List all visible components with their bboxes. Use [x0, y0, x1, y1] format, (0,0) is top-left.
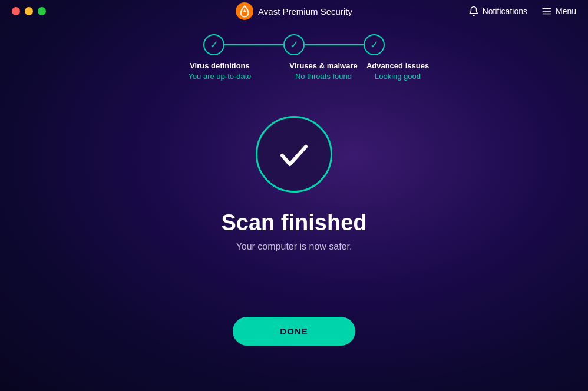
done-button[interactable]: DONE	[233, 317, 355, 346]
window-controls	[12, 7, 46, 15]
notifications-button[interactable]: Notifications	[468, 6, 527, 16]
scan-check-icon	[273, 134, 315, 175]
notifications-label: Notifications	[483, 6, 527, 16]
close-button[interactable]	[12, 7, 20, 15]
step-1-label: Virus definitions	[188, 61, 251, 70]
step-2-status: No threats found	[289, 72, 357, 81]
maximize-button[interactable]	[38, 7, 46, 15]
step-3: ✓ Advanced issues Looking good	[364, 34, 432, 81]
title-right-controls: Notifications Menu	[468, 6, 576, 16]
menu-button[interactable]: Menu	[541, 6, 576, 16]
app-title-area: Avast Premium Security	[236, 2, 352, 20]
step-1: ✓ Virus definitions You are up-to-date	[156, 34, 283, 81]
step-3-check-icon: ✓	[370, 39, 379, 50]
step-3-circle: ✓	[364, 34, 385, 55]
scan-title: Scan finished	[221, 210, 366, 236]
step-1-check-icon: ✓	[210, 39, 219, 50]
steps-progress: ✓ Virus definitions You are up-to-date ✓…	[0, 22, 588, 81]
app-title-text: Avast Premium Security	[258, 6, 352, 16]
step-2-check-icon: ✓	[290, 39, 299, 50]
step-1-circle: ✓	[203, 34, 224, 55]
step-connector-2	[305, 44, 364, 45]
menu-icon	[541, 6, 552, 16]
avast-logo-icon	[236, 2, 253, 20]
step-3-status: Looking good	[366, 72, 429, 81]
step-1-status: You are up-to-date	[188, 72, 251, 81]
menu-label: Menu	[556, 6, 576, 16]
title-bar: Avast Premium Security Notifications Men…	[0, 0, 588, 22]
step-2: ✓ Viruses & malware No threats found	[283, 34, 364, 81]
scan-result-circle	[256, 116, 332, 193]
step-connector-1	[224, 44, 283, 45]
step-2-label: Viruses & malware	[289, 61, 357, 70]
step-2-circle: ✓	[283, 34, 305, 55]
scan-subtitle: Your computer is now safer.	[236, 241, 352, 252]
minimize-button[interactable]	[25, 7, 33, 15]
bell-icon	[468, 6, 479, 16]
step-3-label: Advanced issues	[366, 61, 429, 70]
main-content: Scan finished Your computer is now safer…	[0, 116, 588, 346]
